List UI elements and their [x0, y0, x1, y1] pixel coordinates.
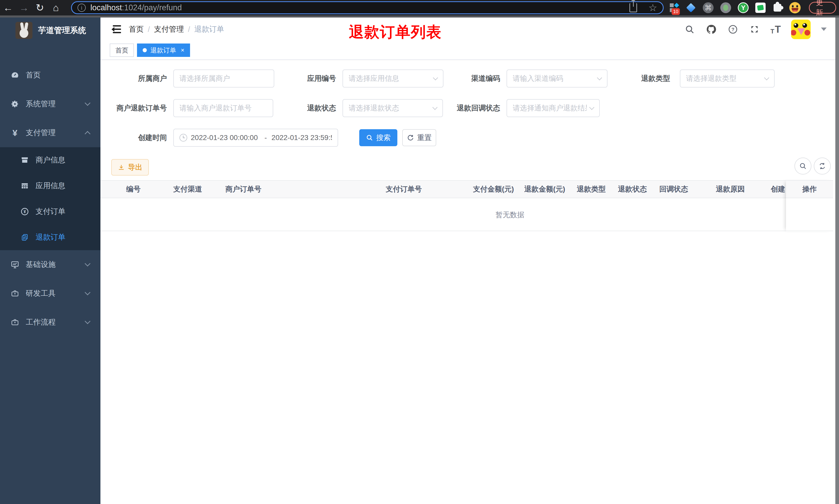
sidebar-item-pay-order[interactable]: ¥ 支付订单	[0, 199, 101, 224]
forward-icon[interactable]: →	[16, 2, 32, 13]
breadcrumb: 首页 / 支付管理 / 退款订单	[129, 18, 224, 41]
chevron-down-icon	[85, 319, 91, 324]
refund-type-select[interactable]: 请选择退款类型	[680, 70, 774, 88]
merchant-refund-no-field[interactable]	[173, 99, 273, 117]
sidebar-item-label: 研发工具	[26, 288, 56, 299]
search-button[interactable]: 搜索	[359, 129, 397, 146]
github-icon[interactable]	[706, 24, 717, 35]
merchant-refund-no-input[interactable]	[179, 104, 267, 112]
browser-update-button[interactable]: 更新	[809, 2, 836, 14]
refresh-table-button[interactable]	[814, 158, 831, 175]
help-icon[interactable]: ?	[727, 24, 738, 35]
avatar[interactable]	[791, 20, 811, 39]
extension-grid-icon[interactable]: 10	[669, 2, 679, 13]
table-header-row: 编号 支付渠道 商户订单号 支付订单号 支付金额(元) 退款金额(元) 退款类型…	[101, 180, 833, 198]
sidebar-menu: 首页 系统管理 ¥ 支付管理 商户信息	[0, 61, 101, 337]
sidebar-item-system[interactable]: 系统管理	[0, 90, 101, 119]
extension-command-icon[interactable]: ⌘	[703, 2, 714, 13]
app-header: 首页 / 支付管理 / 退款订单 退款订单列表 ? TT	[101, 18, 835, 41]
refund-doc-icon	[20, 233, 29, 242]
clock-icon	[179, 134, 187, 142]
breadcrumb-current: 退款订单	[194, 24, 224, 35]
table-grid-icon	[20, 181, 29, 191]
extension-record-icon[interactable]	[720, 2, 731, 13]
sidebar-item-workflow[interactable]: 工作流程	[0, 308, 101, 337]
reset-button-label: 重置	[417, 133, 432, 143]
filter-label-create-time: 创建时间	[101, 129, 167, 147]
url-host: localhost	[90, 3, 122, 12]
gear-icon	[10, 100, 20, 109]
filter-label-refund-status: 退款状态	[270, 99, 336, 117]
sidebar-collapse-icon[interactable]	[110, 25, 121, 34]
sidebar-item-label: 首页	[26, 70, 41, 80]
date-separator: -	[265, 133, 267, 142]
sidebar-item-label: 支付管理	[26, 128, 56, 138]
extension-puzzle-icon[interactable]	[772, 2, 783, 13]
extension-y-icon[interactable]: Y	[738, 2, 749, 13]
share-icon[interactable]	[629, 3, 637, 12]
sidebar-item-refund-order[interactable]: 退款订单	[0, 224, 101, 250]
export-button[interactable]: 导出	[111, 159, 149, 176]
breadcrumb-home[interactable]: 首页	[129, 24, 144, 35]
extension-emoji-icon[interactable]	[789, 2, 801, 13]
col-callback-status: 回调状态	[659, 181, 688, 199]
extension-kite-icon[interactable]	[686, 2, 696, 13]
col-pay-order-no: 支付订单号	[386, 181, 422, 199]
export-button-label: 导出	[128, 162, 142, 172]
fullscreen-icon[interactable]	[749, 24, 760, 35]
font-size-icon[interactable]: TT	[770, 24, 781, 35]
col-create-time-clipped: 创建时间	[771, 181, 785, 199]
merchant-select[interactable]	[173, 70, 274, 88]
breadcrumb-payment[interactable]: 支付管理	[154, 24, 184, 35]
sidebar-item-infrastructure[interactable]: 基础设施	[0, 250, 101, 279]
tag-home[interactable]: 首页	[110, 43, 134, 57]
merchant-input[interactable]	[179, 74, 268, 83]
url-path: :1024/pay/refund	[122, 3, 182, 12]
sidebar-item-home[interactable]: 首页	[0, 61, 101, 90]
yen-circle-icon: ¥	[20, 207, 29, 216]
refresh-icon	[818, 162, 826, 170]
col-pay-amount: 支付金额(元)	[473, 181, 514, 199]
sidebar-item-merchant-info[interactable]: 商户信息	[0, 147, 101, 173]
search-button-label: 搜索	[376, 133, 391, 143]
avatar-caret-icon[interactable]	[821, 28, 827, 34]
extension-chat-icon[interactable]	[755, 2, 766, 13]
sidebar-item-app-info[interactable]: 应用信息	[0, 173, 101, 199]
chevron-down-icon	[85, 100, 91, 106]
callback-status-select[interactable]: 请选择通知商户退款结果的	[506, 99, 600, 117]
channel-select-placeholder: 请输入渠道编码	[513, 74, 595, 84]
bookmark-star-icon[interactable]: ☆	[648, 2, 657, 13]
tag-label: 退款订单	[150, 46, 176, 55]
address-bar[interactable]: i localhost :1024/pay/refund ☆	[71, 1, 664, 14]
col-refund-amount: 退款金额(元)	[524, 181, 565, 199]
sidebar-item-label: 商户信息	[36, 155, 66, 165]
home-icon[interactable]: ⌂	[48, 2, 64, 13]
refund-status-placeholder: 请选择退款状态	[349, 103, 430, 113]
date-end[interactable]: 2022-01-23 23:59:59	[271, 133, 332, 142]
page-scrollbar[interactable]	[835, 18, 839, 504]
site-info-icon[interactable]: i	[77, 4, 86, 12]
sidebar-item-label: 系统管理	[26, 99, 56, 109]
sidebar-item-dev-tools[interactable]: 研发工具	[0, 279, 101, 308]
search-icon[interactable]	[684, 24, 695, 35]
date-start[interactable]: 2022-01-23 00:00:00	[191, 133, 260, 142]
col-refund-reason: 退款原因	[716, 181, 745, 199]
app-select[interactable]: 请选择应用信息	[342, 70, 444, 88]
back-icon[interactable]: ←	[0, 2, 16, 13]
search-icon	[799, 162, 807, 170]
close-icon[interactable]: ×	[181, 47, 184, 54]
channel-select[interactable]: 请输入渠道编码	[506, 70, 607, 88]
reset-button[interactable]: 重置	[402, 129, 436, 146]
app-logo[interactable]: 芋道管理系统	[0, 18, 101, 43]
toggle-search-button[interactable]	[795, 158, 811, 175]
fixed-action-body	[786, 198, 833, 231]
yen-icon: ¥	[10, 128, 20, 138]
reload-icon[interactable]: ↻	[32, 2, 48, 13]
sidebar-item-label: 工作流程	[26, 317, 56, 327]
tag-refund-order[interactable]: 退款订单 ×	[137, 43, 190, 57]
callback-status-placeholder: 请选择通知商户退款结果的	[513, 103, 587, 113]
date-range-picker[interactable]: 2022-01-23 00:00:00 - 2022-01-23 23:59:5…	[173, 129, 338, 147]
filter-label-channel: 渠道编码	[434, 70, 500, 88]
filter-label-merchant-refund-no: 商户退款订单号	[93, 99, 167, 117]
sidebar-item-payment[interactable]: ¥ 支付管理	[0, 119, 101, 147]
